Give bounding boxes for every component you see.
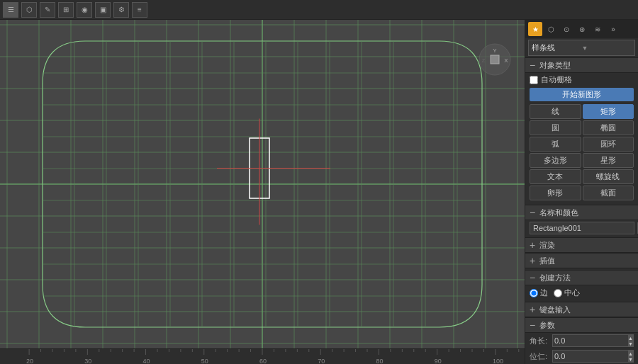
shape-btn-ring[interactable]: 圆环 (583, 137, 634, 152)
section-params[interactable]: − 参数 (525, 317, 638, 333)
radio-edge[interactable]: 边 (530, 288, 548, 298)
param-label-0: 角长: (530, 336, 549, 346)
svg-text:Z: Z (482, 57, 486, 64)
svg-text:Y: Y (493, 47, 497, 54)
svg-rect-1 (491, 55, 499, 64)
toolbar-icon-select[interactable]: ▣ (95, 2, 111, 18)
shapes-grid: 线 矩形 圆 椭圆 弧 圆环 多边形 星形 文本 螺旋线 卵形 截面 (525, 103, 638, 202)
auto-grid-row: 自动栅格 (525, 73, 638, 86)
axis-indicator: Y X Z (476, 41, 513, 78)
param-row-1: 位仁: ▲ ▼ (525, 348, 638, 364)
radio-center-label: 中心 (564, 288, 580, 298)
param-spin-up-1[interactable]: ▲ (628, 351, 633, 356)
param-row-0: 角长: ▲ ▼ (525, 333, 638, 348)
name-color-label: 名称和颜色 (539, 207, 578, 218)
keyboard-plus-icon: + (530, 304, 535, 315)
right-panel: ★ ⬡ ⊙ ⊛ ≋ » 样条线 ▼ − 对象类型 自动栅格 开始新图形 线 矩形 (525, 20, 638, 364)
panel-icon-target[interactable]: ⊛ (575, 22, 589, 36)
shape-btn-text[interactable]: 文本 (530, 169, 581, 184)
radio-edge-label: 边 (540, 288, 548, 298)
creation-label: 创建方法 (539, 273, 571, 283)
param-spin-dn-0[interactable]: ▼ (628, 341, 633, 346)
section-creation[interactable]: − 创建方法 (525, 270, 638, 285)
param-input-1[interactable] (553, 352, 628, 360)
toolbar-icon-circle[interactable]: ◉ (77, 2, 92, 18)
shape-btn-rect[interactable]: 矩形 (583, 104, 634, 119)
radio-edge-input[interactable] (530, 289, 538, 297)
section-name-color[interactable]: − 名称和颜色 (525, 205, 638, 220)
param-spin-up-0[interactable]: ▲ (628, 335, 633, 341)
param-input-wrap-1: ▲ ▼ (552, 350, 634, 363)
shape-btn-line[interactable]: 线 (530, 104, 581, 119)
shape-btn-arc[interactable]: 弧 (530, 137, 581, 152)
object-name-input[interactable] (530, 222, 634, 234)
name-color-minus-icon: − (530, 207, 535, 218)
radio-center-input[interactable] (554, 289, 562, 297)
keyboard-label: 键盘输入 (539, 305, 571, 315)
section-render[interactable]: + 渲染 (525, 237, 638, 253)
shape-btn-star[interactable]: 星形 (583, 153, 634, 168)
toolbar-icon-grid[interactable]: ⊞ (58, 2, 74, 18)
render-plus-icon: + (530, 239, 535, 251)
viewport-canvas (0, 20, 525, 364)
section-keyboard[interactable]: + 键盘输入 (525, 302, 638, 317)
section-object-type-label: 对象类型 (539, 60, 571, 71)
spline-dropdown[interactable]: 样条线 ▼ (528, 40, 635, 56)
param-spin-dn-1[interactable]: ▼ (628, 356, 633, 362)
panel-icon-dot[interactable]: ⊙ (559, 22, 573, 36)
top-toolbar: ☰ ⬡ ✎ ⊞ ◉ ▣ ⚙ ≡ (0, 0, 638, 20)
grid-container: Y X Z (0, 20, 525, 364)
toolbar-icon-menu[interactable]: ☰ (3, 2, 18, 18)
panel-icons: ★ ⬡ ⊙ ⊛ ≋ » (525, 20, 638, 38)
shape-btn-ellipse[interactable]: 椭圆 (583, 120, 634, 135)
section-interpolation[interactable]: + 插值 (525, 253, 638, 268)
name-color-input-row (525, 220, 638, 236)
dropdown-arrow: ▼ (582, 45, 632, 52)
toolbar-icon-hex[interactable]: ⬡ (21, 2, 37, 18)
shape-btn-circle[interactable]: 圆 (530, 120, 581, 135)
param-spinner-1: ▲ ▼ (628, 351, 633, 362)
interp-label: 插值 (539, 256, 555, 266)
start-new-shape-btn[interactable]: 开始新图形 (530, 88, 634, 101)
params-minus-icon: − (530, 319, 535, 331)
panel-icon-lines[interactable]: ≋ (591, 22, 605, 36)
creation-minus-icon: − (530, 272, 535, 283)
params-label: 参数 (539, 320, 555, 331)
svg-text:X: X (504, 57, 508, 64)
creation-radio-row: 边 中心 (525, 285, 638, 300)
spline-dropdown-label: 样条线 (532, 42, 582, 53)
auto-grid-checkbox[interactable] (530, 76, 538, 84)
render-label: 渲染 (539, 240, 555, 251)
panel-icon-hex[interactable]: ⬡ (544, 22, 558, 36)
radio-center[interactable]: 中心 (554, 288, 580, 298)
toolbar-icon-settings[interactable]: ⚙ (113, 2, 129, 18)
toolbar-icon-edit[interactable]: ✎ (40, 2, 55, 18)
ruler-canvas (0, 349, 525, 364)
shape-btn-section[interactable]: 截面 (583, 186, 634, 200)
param-input-0[interactable] (553, 336, 628, 345)
section-object-type[interactable]: − 对象类型 (525, 57, 638, 73)
main-area: Y X Z ★ ⬡ ⊙ ⊛ ≋ » 样条线 ▼ − (0, 20, 638, 364)
toolbar-icon-more[interactable]: ≡ (132, 2, 147, 18)
param-spinner-0: ▲ ▼ (628, 335, 633, 346)
shape-btn-egg[interactable]: 卵形 (530, 186, 581, 200)
param-input-wrap-0: ▲ ▼ (552, 334, 634, 347)
bottom-ruler (0, 348, 525, 364)
interp-plus-icon: + (530, 255, 535, 266)
shape-btn-helix[interactable]: 螺旋线 (583, 169, 634, 184)
auto-grid-label: 自动栅格 (541, 74, 572, 85)
param-label-1: 位仁: (530, 351, 549, 362)
viewport[interactable]: Y X Z (0, 20, 525, 364)
section-minus-icon: − (530, 59, 535, 71)
shape-btn-polygon[interactable]: 多边形 (530, 153, 581, 168)
panel-icon-chevron[interactable]: » (606, 22, 620, 36)
panel-icon-star[interactable]: ★ (528, 22, 542, 36)
